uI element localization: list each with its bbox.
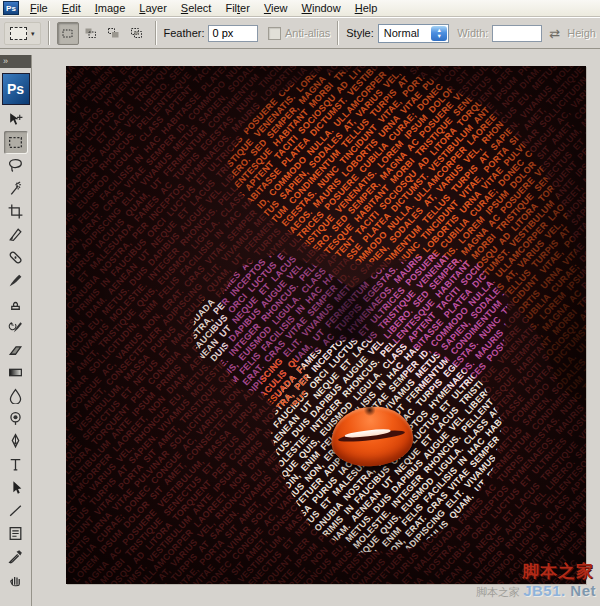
width-label: Width: [457,27,488,39]
separator [155,21,157,45]
menu-select[interactable]: Select [174,1,219,16]
anti-alias-label: Anti-alias [285,27,330,39]
ps-logo[interactable]: Ps [2,73,30,105]
tool-options-bar: ▾ Feather: Anti-alias Style: Normal ▲▼ W… [0,17,600,49]
style-label: Style: [346,27,374,39]
combo-spinner-icon[interactable]: ▲▼ [431,26,447,41]
menu-window[interactable]: Window [295,1,348,16]
marquee-preset-icon [10,27,27,40]
menu-filter[interactable]: Filter [218,1,256,16]
gradient-tool[interactable] [4,361,28,384]
watermark-site: JB51. Net [523,582,596,599]
dodge-tool[interactable] [4,407,28,430]
feather-label: Feather: [164,27,205,39]
width-input[interactable] [492,25,542,42]
path-selection-tool[interactable] [4,476,28,499]
double-arrow-icon: » [3,56,9,66]
pen-tool[interactable] [4,430,28,453]
clone-stamp-tool[interactable] [4,292,28,315]
watermark-chinese: 脚本之家 [522,560,594,583]
photoshop-app-icon: Ps [3,1,19,15]
style-select[interactable]: Normal ▲▼ [378,24,449,43]
menu-layer[interactable]: Layer [132,1,174,16]
eyedropper-tool[interactable] [4,545,28,568]
watermark-net: Net [570,582,596,599]
brush-tool[interactable] [4,269,28,292]
rectangular-marquee-tool[interactable] [4,131,28,154]
photoshop-window: { "app": {"icon_label": "Ps"}, "menu_bar… [0,0,600,606]
tool-column [0,108,31,591]
add-to-selection-button[interactable] [80,22,102,45]
history-brush-tool[interactable] [4,315,28,338]
magic-wand-tool[interactable] [4,177,28,200]
menu-edit[interactable]: Edit [55,1,88,16]
menu-image[interactable]: Image [88,1,133,16]
cupid-bow-shadow [364,403,377,417]
feather-input[interactable] [208,25,258,42]
selection-mode-group [57,22,148,45]
separator [337,21,339,45]
lasso-tool[interactable] [4,154,28,177]
notes-tool[interactable] [4,522,28,545]
new-selection-button[interactable] [57,22,79,45]
blur-tool[interactable] [4,384,28,407]
subtract-from-selection-button[interactable] [103,22,125,45]
menu-help[interactable]: Help [348,1,385,16]
move-tool[interactable] [4,108,28,131]
slice-tool[interactable] [4,223,28,246]
watermark-jb51: JB51. [523,582,566,599]
eraser-tool[interactable] [4,338,28,361]
tool-preset-button[interactable]: ▾ [4,22,41,45]
type-tool[interactable] [4,453,28,476]
menu-view[interactable]: View [257,1,295,16]
style-value: Normal [384,27,419,39]
menu-file[interactable]: File [23,1,55,16]
tool-palette: » Ps [0,55,32,606]
separator [48,21,50,45]
menu-bar: Ps FileEditImageLayerSelectFilterViewWin… [0,0,600,17]
document-canvas[interactable]: LOREM IPSUM DOLOR SIT AMET, CONSECTETUER… [66,66,586,584]
palette-collapse-bar[interactable]: » [0,55,31,68]
menu-items: FileEditImageLayerSelectFilterViewWindow… [23,1,384,16]
line-tool[interactable] [4,499,28,522]
anti-alias-checkbox[interactable] [268,27,281,40]
chevron-down-icon: ▾ [31,30,35,37]
watermark-ghost: 脚本之家 [476,585,520,600]
hand-tool[interactable] [4,568,28,591]
swap-dimensions-icon[interactable]: ⇄ [549,26,560,41]
intersect-with-selection-button[interactable] [126,22,148,45]
crop-tool[interactable] [4,200,28,223]
height-label: Heigh [567,27,596,39]
healing-brush-tool[interactable] [4,246,28,269]
